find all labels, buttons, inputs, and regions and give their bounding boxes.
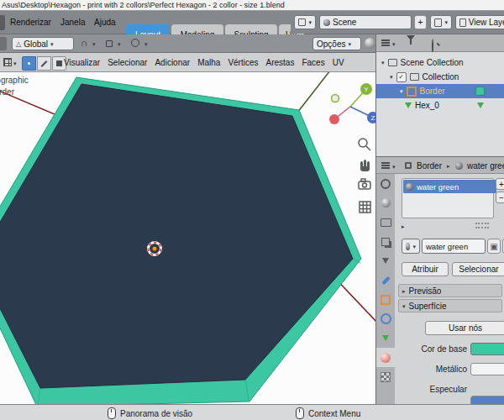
material-browse-button[interactable]: ▾: [402, 239, 420, 254]
specials-chevron-icon[interactable]: ▸: [402, 223, 405, 229]
edge-select-button[interactable]: [37, 56, 51, 71]
outliner: ▾ Scene Collection ▾ ✓ Collection ▾ Bord…: [376, 52, 504, 156]
metallic-label: Metálico: [395, 363, 467, 375]
status-hint-right: Context Menu: [296, 407, 360, 419]
outliner-editor-chevron-icon[interactable]: ▾: [392, 41, 396, 47]
material-slot-list[interactable]: water green: [402, 178, 494, 218]
transform-orientation-dropdown[interactable]: △ Global ▾: [12, 37, 74, 50]
axis-minus-y-ball: [332, 95, 339, 102]
snap-target-icon[interactable]: [106, 40, 113, 47]
orientation-label: Global: [24, 39, 48, 49]
menu-window[interactable]: Janela: [55, 11, 90, 34]
view-layer-name: View Layer: [469, 18, 504, 27]
breadcrumb-object[interactable]: Border: [417, 157, 442, 174]
vertex-dot-icon: [28, 62, 30, 65]
menu-edge[interactable]: Arestas: [266, 58, 295, 67]
zoom-icon[interactable]: [359, 139, 370, 150]
new-scene-button[interactable]: +: [414, 15, 427, 29]
texture-tab-icon[interactable]: [376, 367, 395, 386]
base-color-swatch[interactable]: [470, 343, 504, 355]
snap-target-dropdown-icon[interactable]: ▾: [118, 41, 121, 47]
snap-magnet-icon[interactable]: ∩: [81, 37, 88, 49]
render-tab-icon[interactable]: [376, 193, 395, 213]
output-tab-icon[interactable]: [376, 213, 395, 232]
image-icon: [434, 18, 442, 27]
select-button[interactable]: Selecionar: [452, 262, 504, 276]
scene-name-field[interactable]: Scene: [319, 15, 412, 29]
options-dropdown[interactable]: Opções ▾: [312, 37, 361, 50]
shading-sphere-icon[interactable]: [365, 38, 375, 49]
material-slot-selected[interactable]: water green: [403, 180, 496, 193]
panel-collapsed-icon: ▸: [402, 288, 406, 294]
viewport[interactable]: Y Z User Ortho: [0, 72, 375, 404]
remove-slot-button[interactable]: −: [496, 192, 504, 203]
menu-vertex[interactable]: Vértices: [228, 58, 258, 67]
specular-label: Especular: [395, 383, 467, 396]
data-tab-icon[interactable]: [376, 328, 395, 348]
material-name-field[interactable]: water green: [422, 239, 486, 254]
collection-checkbox[interactable]: ✓: [396, 72, 407, 82]
viewlayer-tab-icon[interactable]: [376, 232, 395, 251]
use-nodes-button[interactable]: Usar nós: [425, 321, 504, 335]
outliner-row-hex0[interactable]: Hex_0: [376, 98, 504, 113]
tool-tab-icon[interactable]: [376, 174, 395, 193]
modifiers-tab-icon[interactable]: [376, 270, 395, 290]
pan-hand-icon[interactable]: [360, 160, 370, 171]
vertex-select-button[interactable]: [22, 56, 36, 71]
menu-select[interactable]: Selecionar: [108, 58, 147, 67]
breadcrumb-object-icon: [405, 162, 412, 169]
metallic-slider[interactable]: [470, 363, 504, 375]
mouse-icon: [108, 407, 116, 419]
viewport-overlay-object-name: Border: [0, 87, 14, 97]
add-slot-button[interactable]: +: [496, 178, 504, 190]
material-tab-icon[interactable]: [376, 348, 395, 367]
disclosure-icon[interactable]: ▾: [390, 74, 393, 80]
navigation-gizmo[interactable]: Y Z: [329, 83, 375, 124]
view-layer-selector[interactable]: ▾: [430, 15, 452, 29]
menu-view[interactable]: Visualizar: [64, 58, 100, 67]
viewport-overlay-view-name: User Orthographic: [0, 76, 29, 85]
outliner-editor-type-icon[interactable]: [381, 39, 390, 46]
window-titlebar: Asus\Desktop\Hexagon - print with 2 coll…: [0, 0, 504, 11]
outliner-row-border[interactable]: ▾ Border: [376, 84, 504, 98]
panel-expanded-icon: ▾: [402, 303, 406, 309]
preview-panel-header[interactable]: ▸ Previsão: [398, 284, 502, 297]
properties-editor-chevron-icon[interactable]: ▾: [392, 164, 396, 170]
camera-view-icon[interactable]: [359, 179, 370, 189]
menu-help[interactable]: Ajuda: [89, 11, 121, 34]
menu-mesh[interactable]: Malha: [197, 58, 220, 67]
breadcrumb-material-icon: [455, 162, 463, 170]
properties-editor-type-icon[interactable]: [381, 162, 390, 169]
assign-button[interactable]: Atribuir: [402, 262, 449, 276]
outliner-row-collection[interactable]: ▾ ✓ Collection: [376, 70, 504, 84]
menu-uv[interactable]: UV: [333, 58, 344, 67]
outliner-header: ▾: [376, 34, 504, 52]
snap-dropdown-icon[interactable]: ▾: [92, 41, 96, 47]
ortho-grid-icon[interactable]: [360, 202, 370, 213]
orientation-icon: △: [16, 40, 21, 48]
menu-render[interactable]: Renderizar: [5, 11, 56, 34]
options-label: Opções: [317, 39, 345, 49]
surface-panel-header[interactable]: ▾ Superfície: [398, 299, 502, 312]
proportional-edit-icon[interactable]: [131, 39, 139, 47]
scene-type-selector[interactable]: ▾: [294, 15, 316, 29]
editor-type-icon[interactable]: [3, 58, 12, 66]
menu-face[interactable]: Faces: [302, 58, 324, 67]
proportional-falloff-dropdown-icon[interactable]: ▾: [144, 41, 148, 47]
fake-user-button[interactable]: ▣: [487, 239, 501, 254]
disclosure-icon[interactable]: ▾: [381, 60, 385, 66]
physics-tab-icon[interactable]: [376, 309, 395, 328]
object-tab-icon[interactable]: [376, 290, 395, 309]
breadcrumb-material[interactable]: water green: [467, 157, 504, 174]
outliner-row-scene-collection[interactable]: ▾ Scene Collection: [376, 55, 504, 70]
collection-icon: [410, 73, 419, 81]
mesh-data-icon: [405, 102, 412, 108]
axis-y-label: Y: [364, 86, 369, 93]
menu-add[interactable]: Adicionar: [155, 58, 190, 67]
scene-tab-icon[interactable]: [376, 251, 395, 270]
properties-header: ▾ Border ▸ water green: [376, 156, 504, 174]
editor-type-chevron-icon[interactable]: ▾: [13, 60, 17, 66]
disclosure-icon[interactable]: ▾: [400, 88, 403, 94]
list-resize-grip[interactable]: [475, 223, 489, 228]
view-layer-field[interactable]: View Layer: [455, 15, 504, 29]
